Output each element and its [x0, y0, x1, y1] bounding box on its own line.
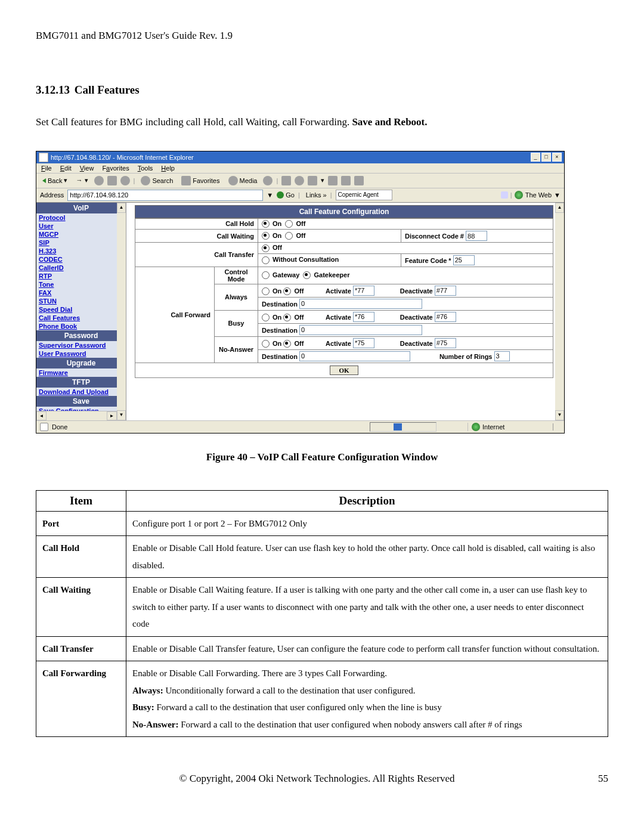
research-icon[interactable] — [354, 176, 364, 185]
stop-icon[interactable] — [94, 176, 104, 185]
always-off-radio[interactable] — [283, 287, 291, 295]
sidebar-item-stun[interactable]: STUN — [36, 297, 126, 305]
ie-icon — [39, 153, 48, 162]
browser-window: http://67.104.98.120/ - Microsoft Intern… — [36, 151, 565, 433]
address-input[interactable] — [67, 190, 263, 201]
gateway-radio[interactable] — [262, 271, 270, 279]
always-on-radio[interactable] — [262, 287, 270, 295]
zone-indicator: Internet — [467, 423, 549, 431]
feature-code-input[interactable] — [453, 255, 475, 265]
copernic-input[interactable]: Copernic Agent — [336, 190, 392, 200]
sidebar-section-password: Password — [36, 330, 126, 341]
callhold-on-radio[interactable] — [262, 220, 270, 228]
desc-header-description: Description — [126, 490, 608, 511]
sidebar-item-callerid[interactable]: CallerID — [36, 264, 126, 272]
menu-tools[interactable]: Tools — [138, 165, 153, 172]
mail-icon[interactable] — [281, 176, 291, 185]
refresh-icon[interactable] — [107, 176, 117, 185]
sidebar-item-supervisorpw[interactable]: Supervisor Password — [36, 341, 126, 349]
noanswer-deactivate-input[interactable] — [435, 338, 456, 348]
row-callwaiting-label: Call Waiting — [135, 230, 258, 243]
noanswer-on-radio[interactable] — [262, 340, 270, 348]
desc-item: Call Waiting — [36, 578, 126, 637]
window-titlebar: http://67.104.98.120/ - Microsoft Intern… — [36, 151, 564, 163]
row-busy-label: Busy — [215, 310, 258, 336]
window-title: http://67.104.98.120/ - Microsoft Intern… — [51, 154, 531, 161]
always-destination-input[interactable] — [299, 299, 422, 309]
busy-off-radio[interactable] — [283, 314, 291, 321]
sidebar-item-download[interactable]: Download And Upload — [36, 388, 126, 396]
sidebar-item-user[interactable]: User — [36, 222, 126, 230]
desc-item: Call Forwarding — [36, 661, 126, 737]
copyright: © Copyright, 2004 Oki Network Technologi… — [179, 773, 455, 785]
menu-help[interactable]: Help — [161, 165, 175, 172]
section-title: Call Features — [75, 83, 140, 96]
disconnect-code-input[interactable] — [466, 231, 487, 241]
maximize-button[interactable]: □ — [541, 153, 551, 162]
go-button[interactable]: Go — [277, 191, 295, 199]
busy-destination-input[interactable] — [299, 325, 422, 335]
always-activate-input[interactable] — [353, 286, 374, 296]
messenger-icon[interactable] — [341, 176, 351, 185]
sidebar-item-firmware[interactable]: Firmware — [36, 368, 126, 377]
history-icon[interactable] — [263, 176, 273, 185]
calltransfer-off-radio[interactable] — [262, 244, 270, 252]
search-icon — [141, 176, 150, 185]
sidebar-item-userpw[interactable]: User Password — [36, 349, 126, 358]
callwaiting-off-radio[interactable] — [285, 232, 293, 240]
theweb-button[interactable]: | The Web ▼ — [501, 191, 561, 199]
page-number: 55 — [598, 773, 608, 785]
ok-button[interactable]: OK — [330, 366, 358, 375]
media-button[interactable]: Media — [226, 175, 260, 186]
gatekeeper-radio[interactable] — [303, 271, 311, 279]
sidebar-item-tone[interactable]: Tone — [36, 280, 126, 289]
status-text: Done — [52, 423, 366, 431]
favorites-button[interactable]: Favorites — [179, 175, 222, 186]
menu-favorites[interactable]: Favorites — [102, 165, 129, 172]
busy-activate-input[interactable] — [353, 312, 374, 322]
sidebar-item-phonebook[interactable]: Phone Book — [36, 322, 126, 330]
noanswer-destination-input[interactable] — [299, 351, 410, 361]
minimize-button[interactable]: _ — [531, 153, 540, 162]
callhold-off-radio[interactable] — [285, 220, 293, 228]
back-button[interactable]: Back ▾ — [40, 176, 70, 185]
done-icon — [40, 423, 48, 431]
sidebar-hscroll[interactable]: ◄► — [36, 411, 117, 420]
menu-file[interactable]: File — [41, 165, 52, 172]
callwaiting-on-radio[interactable] — [262, 232, 270, 240]
main-vscroll[interactable]: ▲▼ — [555, 203, 564, 420]
desc-header-item: Item — [36, 490, 126, 511]
section-heading: 3.12.13 Call Features — [36, 83, 608, 97]
close-button[interactable]: × — [552, 153, 562, 162]
sidebar-item-mgcp[interactable]: MGCP — [36, 230, 126, 239]
always-deactivate-input[interactable] — [435, 286, 456, 296]
sidebar-item-protocol[interactable]: Protocol — [36, 213, 126, 222]
page-footer: © Copyright, 2004 Oki Network Technologi… — [36, 773, 608, 785]
edit-icon[interactable] — [308, 176, 317, 185]
noanswer-off-radio[interactable] — [283, 340, 291, 348]
links-label[interactable]: Links » — [306, 191, 327, 199]
sidebar-item-speeddial[interactable]: Speed Dial — [36, 305, 126, 314]
busy-on-radio[interactable] — [262, 314, 270, 321]
search-button[interactable]: Search — [138, 175, 175, 186]
calltransfer-without-radio[interactable] — [262, 256, 270, 264]
menu-view[interactable]: View — [80, 165, 94, 172]
sidebar-section-voip: VoIP — [36, 203, 126, 213]
print-icon[interactable] — [295, 176, 304, 185]
home-icon[interactable] — [120, 176, 130, 185]
sidebar-section-tftp: TFTP — [36, 377, 126, 388]
sidebar-item-rtp[interactable]: RTP — [36, 272, 126, 280]
row-callforward-label: Call Forward — [135, 267, 215, 363]
rings-input[interactable] — [494, 351, 510, 361]
discuss-icon[interactable] — [328, 176, 338, 185]
busy-deactivate-input[interactable] — [435, 312, 456, 322]
sidebar-item-callfeatures[interactable]: Call Features — [36, 314, 126, 322]
sidebar-item-sip[interactable]: SIP — [36, 239, 126, 247]
noanswer-activate-input[interactable] — [353, 338, 374, 348]
forward-button[interactable]: → ▾ — [73, 176, 90, 185]
sidebar-item-codec[interactable]: CODEC — [36, 255, 126, 264]
sidebar-vscroll[interactable]: ▲▼ — [117, 203, 126, 420]
menu-edit[interactable]: Edit — [60, 165, 72, 172]
sidebar-item-h323[interactable]: H.323 — [36, 247, 126, 255]
sidebar-item-fax[interactable]: FAX — [36, 289, 126, 297]
